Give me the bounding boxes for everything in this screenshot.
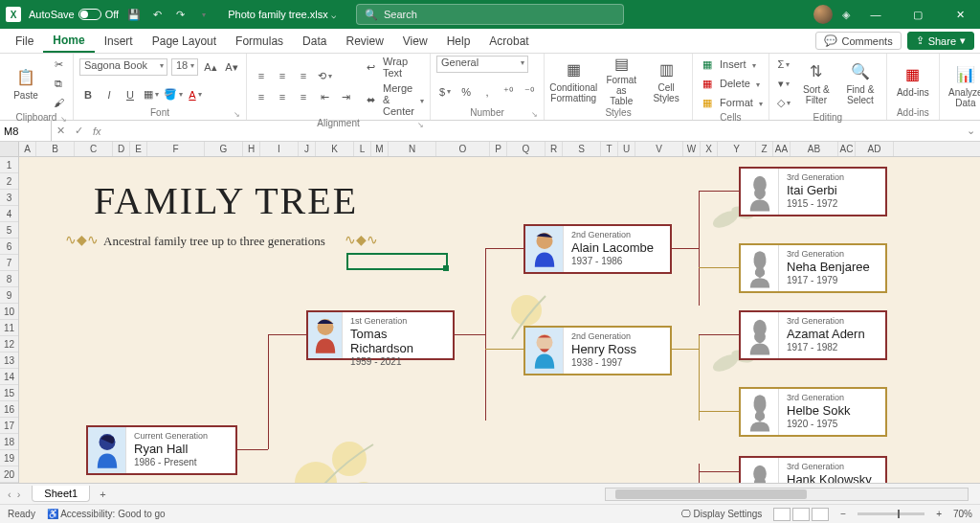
font-size-select[interactable]: 18 (171, 58, 198, 76)
column-header[interactable]: G (205, 142, 243, 156)
align-bottom-icon[interactable]: ≡ (295, 67, 312, 84)
column-header[interactable]: B (36, 142, 75, 156)
tab-data[interactable]: Data (293, 29, 336, 53)
row-header[interactable]: 11 (0, 320, 18, 336)
align-center-icon[interactable]: ≡ (274, 88, 291, 105)
add-sheet-button[interactable]: + (90, 489, 115, 500)
autosave-toggle[interactable]: AutoSave Off (29, 9, 119, 20)
clear-icon[interactable]: ◇ (775, 94, 792, 111)
page-break-view-icon[interactable] (812, 508, 829, 521)
column-header[interactable]: T (601, 142, 618, 156)
accessibility-status[interactable]: ♿ Accessibility: Good to go (47, 509, 166, 519)
row-header[interactable]: 10 (0, 304, 18, 320)
card-gen3b[interactable]: 3rd GenerationNeha Benjaree1917 - 1979 (739, 243, 887, 293)
column-headers[interactable]: ABCDEFGHIJKLMNOPQRSTUVWXYZAAABACAD (0, 142, 980, 157)
format-as-table-button[interactable]: ▤Format as Table (600, 57, 642, 106)
row-header[interactable]: 8 (0, 271, 18, 287)
column-header[interactable]: S (563, 142, 601, 156)
tab-review[interactable]: Review (336, 29, 392, 53)
fill-icon[interactable]: ▾ (775, 75, 792, 92)
row-header[interactable]: 3 (0, 190, 18, 206)
underline-icon[interactable]: U (122, 86, 139, 103)
orientation-icon[interactable]: ⟲ (316, 67, 333, 84)
card-gen3d[interactable]: 3rd GenerationHelbe Sokk1920 - 1975 (739, 387, 887, 437)
minimize-button[interactable]: — (859, 0, 892, 29)
find-select-button[interactable]: 🔍Find & Select (840, 58, 880, 108)
zoom-in-button[interactable]: + (936, 509, 942, 519)
align-top-icon[interactable]: ≡ (253, 67, 270, 84)
insert-cells-button[interactable]: ▦Insert (699, 56, 763, 73)
border-icon[interactable]: ▦ (143, 86, 160, 103)
close-button[interactable]: ✕ (944, 0, 976, 29)
inc-decimal-icon[interactable]: ⁺⁰ (500, 83, 517, 101)
row-header[interactable]: 17 (0, 418, 18, 434)
column-header[interactable]: D (113, 142, 130, 156)
cell-selection[interactable] (346, 253, 448, 270)
analyze-data-button[interactable]: 📊Analyze Data (946, 61, 980, 111)
indent-dec-icon[interactable]: ⇤ (316, 88, 333, 105)
next-sheet-icon[interactable]: › (17, 489, 21, 500)
row-headers[interactable]: 1234567891011121314151617181920 (0, 157, 19, 483)
card-gen2a[interactable]: 2nd GenerationAlain Lacombe1937 - 1986 (523, 224, 672, 274)
row-header[interactable]: 6 (0, 239, 18, 255)
paste-button[interactable]: 📋 Paste (6, 58, 46, 108)
comments-button[interactable]: 💬 Comments (815, 32, 901, 50)
column-header[interactable]: A (19, 142, 36, 156)
sheet-canvas[interactable]: ∿◆∿ FAMILY TREE ∿◆∿ Ancestral family tre… (19, 157, 980, 483)
column-header[interactable]: U (618, 142, 635, 156)
cut-icon[interactable]: ✂ (50, 56, 67, 73)
percent-icon[interactable]: % (457, 83, 475, 101)
column-header[interactable]: F (147, 142, 205, 156)
copy-icon[interactable]: ⧉ (50, 75, 67, 92)
row-header[interactable]: 19 (0, 450, 18, 466)
share-button[interactable]: ⇪ Share ▾ (907, 32, 974, 50)
horizontal-scrollbar[interactable] (605, 488, 969, 501)
card-gen3c[interactable]: 3rd GenerationAzamat Adern1917 - 1982 (739, 310, 887, 360)
coming-soon-icon[interactable]: ◈ (842, 9, 850, 21)
delete-cells-button[interactable]: ▦Delete (699, 75, 763, 92)
column-header[interactable]: N (389, 142, 436, 156)
redo-icon[interactable]: ↷ (172, 7, 188, 22)
column-header[interactable]: W (683, 142, 701, 156)
addins-button[interactable]: ▦Add-ins (893, 57, 933, 106)
column-header[interactable]: M (371, 142, 389, 156)
row-header[interactable]: 2 (0, 173, 18, 190)
accept-formula-icon[interactable]: ✓ (70, 125, 88, 137)
cell-styles-button[interactable]: ▥Cell Styles (646, 57, 686, 106)
indent-inc-icon[interactable]: ⇥ (337, 88, 354, 105)
align-middle-icon[interactable]: ≡ (274, 67, 291, 84)
wrap-text-button[interactable]: ↩Wrap Text (362, 56, 424, 79)
zoom-slider[interactable] (858, 512, 924, 515)
font-color-icon[interactable]: A (187, 86, 204, 103)
qat-dropdown[interactable] (195, 7, 211, 22)
card-current[interactable]: Current GenerationRyan Hall1986 - Presen… (86, 425, 237, 475)
tab-file[interactable]: File (6, 29, 43, 53)
column-header[interactable]: Q (507, 142, 546, 156)
align-left-icon[interactable]: ≡ (253, 88, 270, 105)
merge-center-button[interactable]: ⬌Merge & Center (362, 82, 424, 117)
increase-font-icon[interactable]: A▴ (202, 58, 219, 76)
row-header[interactable]: 1 (0, 157, 18, 173)
decrease-font-icon[interactable]: A▾ (223, 58, 240, 76)
row-header[interactable]: 12 (0, 336, 18, 352)
format-painter-icon[interactable]: 🖌 (50, 94, 67, 111)
column-header[interactable]: O (436, 142, 490, 156)
conditional-formatting-button[interactable]: ▦Conditional Formatting (550, 57, 596, 106)
avatar[interactable] (813, 5, 833, 24)
maximize-button[interactable]: ▢ (902, 0, 934, 29)
zoom-out-button[interactable]: − (840, 509, 846, 519)
row-header[interactable]: 9 (0, 287, 18, 304)
tab-home[interactable]: Home (43, 29, 94, 53)
tab-insert[interactable]: Insert (95, 29, 143, 53)
card-gen3a[interactable]: 3rd GenerationItai Gerbi1915 - 1972 (739, 167, 887, 216)
column-header[interactable]: Z (756, 142, 773, 156)
row-header[interactable]: 5 (0, 222, 18, 239)
comma-icon[interactable]: , (479, 83, 496, 101)
normal-view-icon[interactable] (773, 508, 791, 521)
column-header[interactable]: J (299, 142, 316, 156)
card-gen1[interactable]: 1st GenerationTomas Richardson1959 - 202… (306, 310, 455, 360)
sheet-tab[interactable]: Sheet1 (32, 486, 90, 502)
font-name-select[interactable]: Sagona Book (79, 58, 167, 76)
format-cells-button[interactable]: ▦Format (699, 94, 763, 111)
column-header[interactable]: AC (838, 142, 856, 156)
